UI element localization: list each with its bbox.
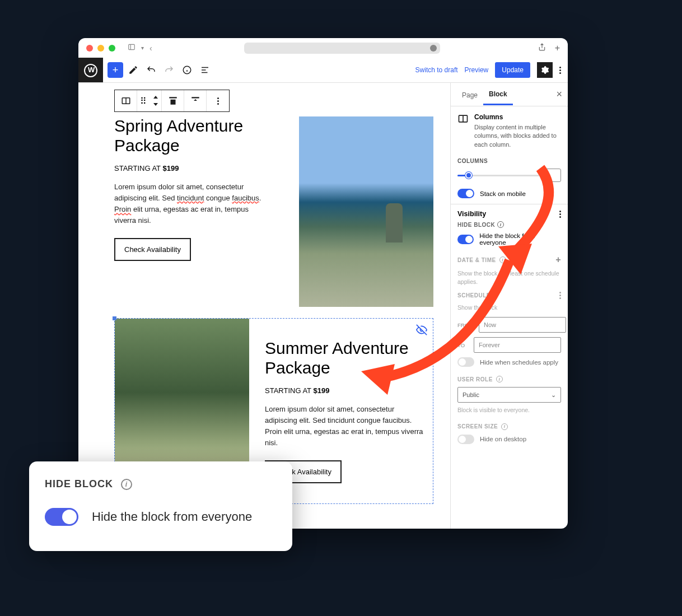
schedule-more-icon[interactable] [559,292,561,299]
from-label: FROM [457,322,473,328]
close-window-icon[interactable] [86,45,93,52]
minimize-window-icon[interactable] [97,45,104,52]
to-input[interactable] [474,337,561,353]
hide-schedules-label: Hide when schedules apply [480,359,558,366]
close-sidebar-icon[interactable]: × [556,88,562,100]
stack-mobile-toggle[interactable] [457,189,474,198]
traffic-lights [86,45,115,52]
drag-handle-icon[interactable]: ⠿ [137,90,150,111]
svg-rect-11 [170,100,175,105]
block1-title[interactable]: Spring Adventure Package [114,116,271,155]
info-icon[interactable] [179,62,195,78]
screen-size-label: SCREEN SIZEi [457,423,561,430]
svg-rect-10 [169,97,177,98]
hide-block-toggle-label: Hide the block from everyone [479,232,561,246]
info-icon[interactable]: i [121,479,132,490]
hide-block-label: HIDE BLOCKi [457,221,561,228]
visibility-off-icon [416,324,427,338]
tab-block[interactable]: Block [483,83,513,105]
callout-text: Hide the block from everyone [92,510,252,524]
block-toolbar: ⠿ [114,90,230,112]
vertical-align-icon[interactable] [184,90,207,111]
edit-icon[interactable] [125,62,141,78]
back-icon[interactable]: ‹ [150,44,152,53]
switch-to-draft-link[interactable]: Switch to draft [415,66,458,74]
callout-panel: HIDE BLOCKi Hide the block from everyone [29,461,292,551]
callout-label: HIDE BLOCKi [45,478,277,490]
datetime-label: DATE & TIMEi+ [457,255,561,265]
info-icon[interactable]: i [499,256,506,263]
block1-price[interactable]: STARTING AT $199 [114,164,271,172]
info-icon[interactable]: i [496,376,503,382]
user-role-select[interactable]: Public⌄ [457,387,561,403]
block2-title[interactable]: Summer Adventure Package [265,339,427,377]
columns-icon [457,113,469,124]
block2-body[interactable]: Lorem ipsum dolor sit amet, consectetur … [265,404,427,449]
preview-link[interactable]: Preview [465,66,489,74]
info-icon[interactable]: i [497,221,504,228]
to-label: TO [457,342,468,348]
datetime-hint: Show the block if at least one schedule … [457,269,561,286]
edit-icon[interactable] [494,292,500,298]
visibility-more-icon[interactable] [559,211,561,218]
browser-window: ▾ ‹ + + Switch to draft Preview Update [78,38,568,529]
user-role-label: USER ROLEi [457,376,561,382]
undo-icon[interactable] [143,62,159,78]
columns-block-icon[interactable] [115,90,137,111]
hide-schedules-toggle[interactable] [457,357,474,367]
redo-icon[interactable] [161,62,177,78]
maximize-window-icon[interactable] [109,45,115,52]
move-arrows-icon[interactable] [150,90,162,111]
columns-slider[interactable] [457,175,540,176]
browser-titlebar: ▾ ‹ + [78,38,568,58]
info-icon[interactable]: i [501,423,508,430]
hide-desktop-toggle[interactable] [457,435,474,444]
hide-desktop-label: Hide on desktop [480,436,526,442]
chevron-down-icon[interactable]: ▾ [141,45,144,51]
more-options-icon[interactable] [559,67,561,74]
block1-cta-button[interactable]: Check Availability [114,238,191,261]
hide-block-toggle[interactable] [457,235,474,244]
schedule-label: SCHEDULE [457,292,561,299]
from-input[interactable] [479,317,566,333]
tab-page[interactable]: Page [456,85,483,105]
align-icon[interactable] [162,90,184,111]
sidebar-toggle-icon[interactable] [128,43,136,53]
chevron-down-icon: ⌄ [551,391,556,399]
block2-price[interactable]: STARTING AT $199 [265,386,427,395]
user-role-hint: Block is visible to everyone. [457,406,561,414]
new-tab-icon[interactable]: + [555,43,560,53]
inspector-sidebar: Page Block × Columns Display content in … [450,83,568,529]
callout-toggle[interactable] [45,508,78,526]
schedule-hint: Show the block [457,304,561,312]
columns-count-input[interactable] [544,169,561,182]
share-icon[interactable] [538,43,546,53]
svg-rect-12 [191,97,199,98]
outline-icon[interactable] [197,62,213,78]
address-bar[interactable] [244,43,440,54]
block-name: Columns [474,113,561,121]
stack-mobile-label: Stack on mobile [480,190,526,197]
update-button[interactable]: Update [495,62,530,78]
more-block-options-icon[interactable] [207,90,229,111]
block1-image[interactable] [299,116,433,307]
visibility-title: Visibility [457,210,486,218]
block-description: Display content in multiple columns, wit… [474,123,561,149]
svg-rect-0 [129,44,135,49]
add-block-button[interactable]: + [108,62,123,78]
add-schedule-icon[interactable]: + [555,255,561,265]
columns-section-label: COLUMNS [457,158,561,164]
editor-toolbar: + Switch to draft Preview Update [78,58,568,83]
block1-body[interactable]: Lorem ipsum dolor sit amet, consectetur … [114,181,271,227]
settings-button[interactable] [537,62,553,78]
